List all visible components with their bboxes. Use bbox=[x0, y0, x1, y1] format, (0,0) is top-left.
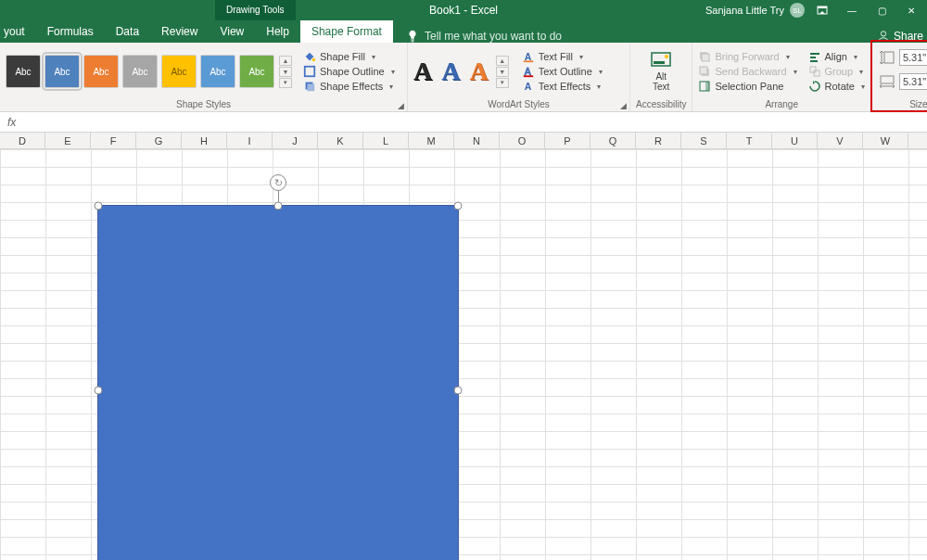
column-header[interactable]: N bbox=[454, 133, 500, 148]
shape-style-preset[interactable]: Abc bbox=[161, 55, 197, 88]
svg-rect-1 bbox=[818, 6, 827, 8]
svg-rect-13 bbox=[654, 61, 665, 64]
column-header[interactable]: M bbox=[409, 133, 454, 148]
send-backward-button[interactable]: Send Backward bbox=[698, 65, 796, 78]
tab-formulas[interactable]: Formulas bbox=[36, 20, 105, 43]
svg-rect-26 bbox=[884, 52, 894, 63]
svg-point-3 bbox=[312, 58, 316, 62]
column-header[interactable]: G bbox=[136, 133, 182, 148]
selected-shape-rectangle[interactable]: ↻ bbox=[97, 205, 459, 560]
shape-style-preset[interactable]: Abc bbox=[44, 55, 80, 88]
rotate-button[interactable]: Rotate bbox=[808, 80, 865, 93]
column-header[interactable]: E bbox=[45, 133, 91, 148]
rotate-handle[interactable]: ↻ bbox=[270, 174, 286, 191]
group-button[interactable]: Group bbox=[808, 65, 865, 78]
tab-view[interactable]: View bbox=[209, 20, 255, 43]
resize-handle[interactable] bbox=[454, 202, 463, 210]
resize-handle[interactable] bbox=[454, 387, 463, 395]
tab-review[interactable]: Review bbox=[150, 20, 209, 43]
wordart-gallery-scroll[interactable]: ▲▼▾ bbox=[496, 56, 509, 88]
shape-style-preset[interactable]: Abc bbox=[200, 55, 235, 88]
wordart-preset[interactable]: A bbox=[469, 57, 488, 86]
column-header[interactable]: U bbox=[772, 133, 818, 148]
shape-effects-button[interactable]: Shape Effects bbox=[303, 80, 395, 93]
column-header[interactable]: I bbox=[227, 133, 273, 148]
svg-rect-27 bbox=[881, 76, 894, 83]
shape-outline-button[interactable]: Shape Outline bbox=[303, 65, 395, 78]
tab-layout[interactable]: yout bbox=[0, 20, 36, 43]
text-effects-button[interactable]: A Text Effects bbox=[522, 80, 603, 93]
user-name[interactable]: Sanjana Little Try bbox=[705, 5, 784, 16]
tell-me-search[interactable]: Tell me what you want to do bbox=[406, 30, 562, 43]
column-header[interactable]: H bbox=[182, 133, 227, 148]
column-header[interactable]: V bbox=[818, 133, 863, 148]
wordart-preset[interactable]: A bbox=[413, 57, 432, 86]
rotate-icon bbox=[808, 80, 821, 93]
fx-icon[interactable]: fx bbox=[0, 116, 23, 129]
shape-fill-button[interactable]: Shape Fill bbox=[303, 50, 395, 63]
column-header[interactable]: T bbox=[727, 133, 772, 148]
formula-input[interactable] bbox=[23, 114, 927, 131]
selection-pane-button[interactable]: Selection Pane bbox=[698, 80, 796, 93]
effects-icon bbox=[303, 80, 316, 93]
tab-shape-format[interactable]: Shape Format bbox=[300, 20, 393, 43]
restore-button[interactable]: ▢ bbox=[870, 0, 894, 20]
svg-rect-4 bbox=[305, 67, 315, 77]
column-header[interactable]: W bbox=[863, 133, 908, 148]
column-header[interactable]: L bbox=[363, 133, 409, 148]
column-header[interactable]: J bbox=[273, 133, 318, 148]
tab-data[interactable]: Data bbox=[105, 20, 150, 43]
column-header[interactable]: P bbox=[545, 133, 590, 148]
shape-height-input[interactable]: 5.31" bbox=[899, 49, 927, 66]
bring-forward-button[interactable]: Bring Forward bbox=[698, 50, 796, 63]
pencil-outline-icon bbox=[303, 65, 316, 78]
column-header[interactable]: S bbox=[681, 133, 727, 148]
column-header[interactable]: R bbox=[636, 133, 681, 148]
column-header[interactable]: Q bbox=[590, 133, 636, 148]
shape-style-preset[interactable]: Abc bbox=[6, 55, 41, 88]
text-fill-icon: A bbox=[522, 50, 535, 63]
svg-point-14 bbox=[665, 55, 668, 58]
align-button[interactable]: Align bbox=[808, 50, 865, 63]
column-header[interactable]: O bbox=[500, 133, 545, 148]
column-header[interactable]: K bbox=[318, 133, 363, 148]
column-header[interactable]: F bbox=[91, 133, 136, 148]
shape-style-preset[interactable]: Abc bbox=[122, 55, 158, 88]
share-button[interactable]: Share bbox=[873, 30, 927, 43]
group-arrange: Bring Forward Send Backward Selection Pa… bbox=[692, 43, 870, 111]
group-accessibility: Alt Text Accessibility bbox=[630, 43, 692, 111]
send-backward-icon bbox=[698, 65, 711, 78]
close-button[interactable]: ✕ bbox=[899, 0, 923, 20]
shape-style-preset[interactable]: Abc bbox=[239, 55, 274, 88]
resize-handle[interactable] bbox=[274, 202, 283, 210]
title-bar: Drawing Tools Book1 - Excel Sanjana Litt… bbox=[0, 0, 927, 20]
text-outline-button[interactable]: A Text Outline bbox=[522, 65, 603, 78]
shape-width-input[interactable]: 5.31" bbox=[899, 73, 927, 90]
ribbon-tabs: yout Formulas Data Review View Help Shap… bbox=[0, 20, 927, 43]
wordart-preset[interactable]: A bbox=[441, 57, 460, 86]
ribbon-display-options-button[interactable] bbox=[810, 0, 834, 20]
shape-style-gallery-scroll[interactable]: ▲▼▾ bbox=[279, 56, 292, 88]
column-header[interactable]: D bbox=[0, 133, 45, 148]
svg-rect-23 bbox=[810, 60, 818, 62]
column-headers: D E F G H I J K L M N O P Q R S T U V W bbox=[0, 133, 927, 149]
dialog-launcher-icon[interactable]: ◢ bbox=[618, 99, 628, 108]
svg-rect-25 bbox=[814, 70, 819, 76]
formula-bar: fx bbox=[0, 112, 927, 133]
group-shape-styles: Abc Abc Abc Abc Abc Abc Abc ▲▼▾ Shape Fi… bbox=[0, 43, 408, 111]
text-fill-button[interactable]: A Text Fill bbox=[522, 50, 603, 63]
worksheet-grid[interactable]: ↻ bbox=[0, 149, 927, 560]
tab-help[interactable]: Help bbox=[255, 20, 300, 43]
paint-bucket-icon bbox=[303, 50, 316, 63]
resize-handle[interactable] bbox=[95, 202, 103, 210]
minimize-button[interactable]: — bbox=[840, 0, 864, 20]
alt-text-button[interactable]: Alt Text bbox=[641, 50, 680, 93]
svg-rect-22 bbox=[810, 57, 816, 58]
resize-handle[interactable] bbox=[95, 387, 103, 395]
shape-style-preset[interactable]: Abc bbox=[83, 55, 119, 88]
dialog-launcher-icon[interactable]: ◢ bbox=[396, 99, 405, 108]
group-icon bbox=[808, 65, 821, 78]
selection-pane-icon bbox=[698, 80, 711, 93]
user-avatar[interactable]: SL bbox=[790, 3, 805, 18]
svg-rect-6 bbox=[307, 83, 314, 91]
